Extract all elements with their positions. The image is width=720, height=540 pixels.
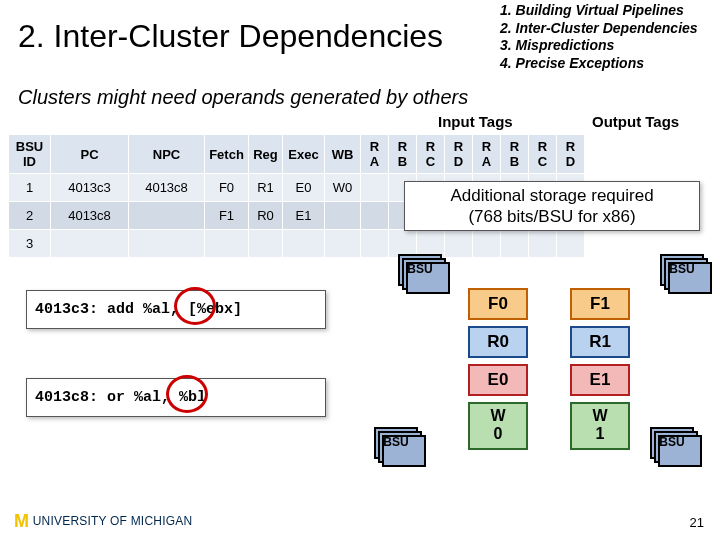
col-ra: R A bbox=[361, 135, 389, 174]
cell: 1 bbox=[9, 174, 51, 202]
bsu-stack-icon: BSU bbox=[398, 254, 442, 286]
bsu-stack-icon: BSU bbox=[374, 427, 418, 459]
col-bsu-id: BSU ID bbox=[9, 135, 51, 174]
cell: W0 bbox=[325, 174, 361, 202]
bsu-stack-icon: BSU bbox=[650, 427, 694, 459]
cell: 2 bbox=[9, 202, 51, 230]
circle-annotation-icon bbox=[174, 287, 216, 325]
bsu-label: BSU bbox=[660, 262, 704, 276]
col-rc: R C bbox=[417, 135, 445, 174]
stage-fetch-1: F1 bbox=[570, 288, 630, 320]
page-number: 21 bbox=[690, 515, 704, 530]
outline-list: 1. Building Virtual Pipelines 2. Inter-C… bbox=[500, 2, 720, 72]
col-wb: WB bbox=[325, 135, 361, 174]
outline-item-1: 1. Building Virtual Pipelines bbox=[500, 2, 720, 20]
stage-reg-0: R0 bbox=[468, 326, 528, 358]
cell bbox=[325, 202, 361, 230]
slide-subtitle: Clusters might need operands generated b… bbox=[18, 86, 468, 109]
cell: F0 bbox=[205, 174, 249, 202]
callout-line-2: (768 bits/BSU for x86) bbox=[405, 206, 699, 227]
col-exec: Exec bbox=[283, 135, 325, 174]
bsu-label: BSU bbox=[374, 435, 418, 449]
stage-fetch-0: F0 bbox=[468, 288, 528, 320]
cell: E0 bbox=[283, 174, 325, 202]
table-row: 3 bbox=[9, 230, 585, 258]
outline-item-3: 3. Mispredictions bbox=[500, 37, 720, 55]
circle-annotation-icon bbox=[166, 375, 208, 413]
callout-line-1: Additional storage required bbox=[405, 185, 699, 206]
col-wd: R D bbox=[557, 135, 585, 174]
wb-label: W bbox=[470, 407, 526, 425]
umich-logo: M UNIVERSITY OF MICHIGAN bbox=[14, 511, 192, 532]
wb-index: 1 bbox=[572, 425, 628, 443]
stage-wb-0: W 0 bbox=[468, 402, 528, 450]
stage-wb-1: W 1 bbox=[570, 402, 630, 450]
col-rd: R D bbox=[445, 135, 473, 174]
wb-label: W bbox=[572, 407, 628, 425]
logo-text: UNIVERSITY OF MICHIGAN bbox=[33, 514, 193, 528]
block-m-icon: M bbox=[14, 511, 29, 531]
outline-item-4: 4. Precise Exceptions bbox=[500, 55, 720, 73]
bsu-stack-icon: BSU bbox=[660, 254, 704, 286]
cell: 4013c8 bbox=[51, 202, 129, 230]
cell: F1 bbox=[205, 202, 249, 230]
cell: 4013c3 bbox=[51, 174, 129, 202]
col-wb2: R B bbox=[501, 135, 529, 174]
col-pc: PC bbox=[51, 135, 129, 174]
bsu-label: BSU bbox=[650, 435, 694, 449]
cell: R0 bbox=[249, 202, 283, 230]
bsu-label: BSU bbox=[398, 262, 442, 276]
cell: 4013c8 bbox=[129, 174, 205, 202]
output-tags-header: Output Tags bbox=[592, 113, 679, 130]
cell: 3 bbox=[9, 230, 51, 258]
cell: E1 bbox=[283, 202, 325, 230]
stage-exec-1: E1 bbox=[570, 364, 630, 396]
slide-title: 2. Inter-Cluster Dependencies bbox=[18, 18, 443, 55]
cell bbox=[129, 202, 205, 230]
col-wa: R A bbox=[473, 135, 501, 174]
wb-index: 0 bbox=[470, 425, 526, 443]
col-reg: Reg bbox=[249, 135, 283, 174]
col-rb: R B bbox=[389, 135, 417, 174]
col-npc: NPC bbox=[129, 135, 205, 174]
col-fetch: Fetch bbox=[205, 135, 249, 174]
stage-exec-0: E0 bbox=[468, 364, 528, 396]
col-wc: R C bbox=[529, 135, 557, 174]
cell: R1 bbox=[249, 174, 283, 202]
outline-item-2: 2. Inter-Cluster Dependencies bbox=[500, 20, 720, 38]
storage-callout: Additional storage required (768 bits/BS… bbox=[404, 181, 700, 231]
stage-reg-1: R1 bbox=[570, 326, 630, 358]
input-tags-header: Input Tags bbox=[438, 113, 513, 130]
